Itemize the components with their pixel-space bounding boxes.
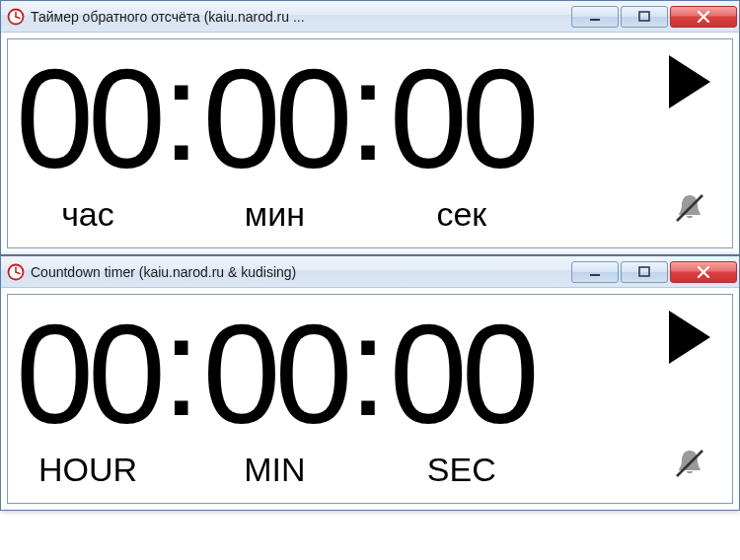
- maximize-button[interactable]: [621, 261, 668, 283]
- window-title: Countdown timer (kaiu.narod.ru & kudisin…: [31, 264, 571, 280]
- hours-group: 00 час: [16, 49, 160, 234]
- play-button[interactable]: [665, 53, 714, 114]
- time-separator: :: [346, 297, 389, 437]
- seconds-group: 00 SEC: [390, 305, 534, 489]
- time-separator: :: [160, 297, 202, 437]
- countdown-window-en: Countdown timer (kaiu.narod.ru & kudisin…: [0, 255, 740, 511]
- svg-rect-4: [639, 12, 649, 21]
- close-button[interactable]: [670, 6, 737, 28]
- play-button[interactable]: [665, 309, 714, 370]
- app-icon: [7, 8, 25, 26]
- hours-group: 00 HOUR: [16, 305, 160, 489]
- mute-bell-button[interactable]: [671, 445, 708, 486]
- timer-panel: 00 час : 00 мин : 00 сек: [7, 38, 733, 248]
- timer-panel: 00 HOUR : 00 MIN : 00 SEC: [7, 294, 733, 504]
- seconds-value[interactable]: 00: [390, 49, 534, 189]
- window-title: Таймер обратного отсчёта (kaiu.narod.ru …: [31, 9, 571, 25]
- minutes-label: мин: [245, 195, 305, 234]
- seconds-label: SEC: [427, 451, 496, 489]
- hours-label: HOUR: [38, 451, 137, 489]
- minimize-button[interactable]: [571, 261, 619, 283]
- time-separator: :: [160, 41, 202, 181]
- time-display: 00 час : 00 мин : 00 сек: [16, 49, 645, 234]
- hours-value[interactable]: 00: [16, 305, 160, 445]
- window-controls: [571, 261, 737, 283]
- seconds-value[interactable]: 00: [390, 305, 534, 445]
- maximize-button[interactable]: [621, 6, 668, 28]
- minutes-value[interactable]: 00: [202, 305, 346, 445]
- seconds-label: сек: [436, 195, 486, 234]
- seconds-group: 00 сек: [390, 49, 534, 234]
- time-display: 00 HOUR : 00 MIN : 00 SEC: [16, 305, 645, 489]
- svg-marker-12: [669, 311, 710, 364]
- titlebar[interactable]: Таймер обратного отсчёта (kaiu.narod.ru …: [1, 1, 739, 33]
- hours-value[interactable]: 00: [16, 49, 160, 189]
- svg-marker-5: [669, 55, 710, 108]
- minutes-value[interactable]: 00: [202, 49, 346, 189]
- svg-rect-11: [639, 267, 649, 276]
- side-controls: [665, 53, 724, 231]
- minutes-group: 00 MIN: [202, 305, 346, 489]
- minimize-button[interactable]: [571, 6, 619, 28]
- app-icon: [7, 263, 25, 281]
- titlebar[interactable]: Countdown timer (kaiu.narod.ru & kudisin…: [1, 256, 739, 288]
- countdown-window-ru: Таймер обратного отсчёта (kaiu.narod.ru …: [0, 0, 740, 255]
- time-separator: :: [346, 41, 389, 181]
- close-button[interactable]: [670, 261, 737, 283]
- svg-rect-3: [590, 19, 600, 21]
- window-controls: [571, 6, 737, 28]
- hours-label: час: [61, 195, 114, 234]
- side-controls: [665, 309, 724, 486]
- mute-bell-button[interactable]: [671, 189, 708, 231]
- minutes-group: 00 мин: [202, 49, 346, 234]
- svg-rect-10: [590, 274, 600, 276]
- minutes-label: MIN: [244, 451, 305, 489]
